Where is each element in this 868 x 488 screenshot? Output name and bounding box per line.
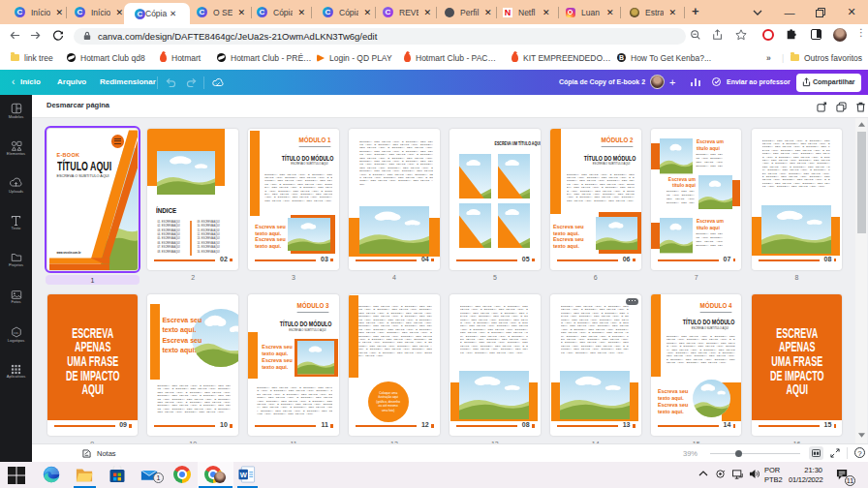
svg-text:W: W [240,471,248,479]
svg-text:co.: co. [14,330,18,335]
